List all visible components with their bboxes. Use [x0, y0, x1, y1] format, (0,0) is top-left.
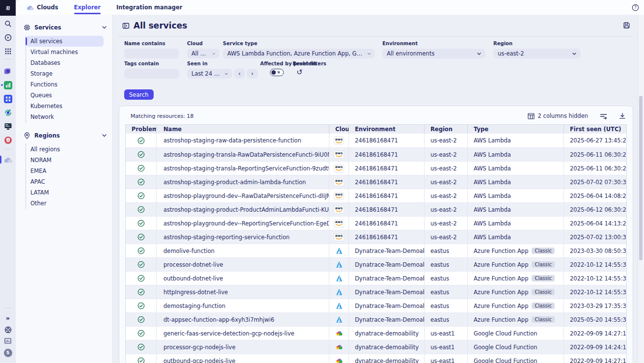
sidebar-item-functions[interactable]: Functions [26, 79, 104, 90]
table-row[interactable]: generic-faas-service-detection-gcp-nodej… [126, 326, 626, 340]
main-content: All services Name contains Cloud All clo… [113, 15, 644, 363]
first-seen-cell: 2025-06-27 13:45:27 [564, 134, 626, 147]
first-seen-cell: 2025-06-11 06:30:29 [564, 148, 626, 161]
tab-clouds[interactable]: Clouds [25, 0, 60, 15]
column-header-type[interactable]: Type [467, 125, 564, 134]
help-icon[interactable]: ? [632, 4, 639, 11]
user-avatar[interactable]: S [3, 348, 12, 357]
no-problems-icon [137, 357, 145, 363]
sidebar-item-latam[interactable]: LATAM [26, 187, 104, 198]
clouds-purple-app-icon[interactable] [3, 67, 12, 76]
sidebar-item-all-regions[interactable]: All regions [26, 144, 104, 155]
no-problems-icon [137, 343, 145, 351]
lifebuoy-icon[interactable] [3, 325, 12, 334]
teal-sync-app-icon[interactable] [3, 108, 12, 117]
azure-icon [336, 316, 343, 323]
blue-arrows-app-icon[interactable] [3, 94, 12, 103]
sidebar-item-emea[interactable]: EMEA [26, 166, 104, 176]
first-seen-cell: 2025-06-11 06:30:29 [564, 162, 626, 175]
environment-select[interactable]: All environments [382, 49, 485, 58]
dark-monitor-app-icon[interactable] [3, 122, 12, 131]
table-row[interactable]: httpIngress-dotnet-liveDynatrace-Team-De… [126, 285, 626, 299]
chart-frame-icon[interactable] [3, 336, 12, 345]
sidebar-item-other[interactable]: Other [26, 198, 104, 209]
table-row[interactable]: astroshop-staging-raw-data-persistence-f… [126, 134, 626, 147]
table-row[interactable]: outbound-dotnet-liveDynatrace-Team-Demoa… [126, 271, 626, 285]
region-select[interactable]: us-east-2 [493, 49, 581, 58]
search-button[interactable]: Search [124, 89, 154, 100]
name-cell: generic-faas-service-detection-gcp-nodej… [156, 327, 329, 340]
table-row[interactable]: astroshop-playground-dev--RawDataPersist… [126, 189, 626, 202]
table-row[interactable]: astroshop-staging-reporting-service-func… [126, 230, 626, 244]
sidebar-item-network[interactable]: Network [26, 112, 104, 122]
tags-contain-input[interactable] [124, 69, 179, 79]
seen-in-select[interactable]: Last 24 hours [187, 69, 232, 79]
sidebar-section-services[interactable]: Services [24, 22, 107, 33]
table-row[interactable]: dt-appsec-function-app-6xyh3i7mhjwi6Dyna… [126, 312, 626, 326]
pin-icon [24, 132, 30, 139]
download-icon[interactable] [619, 112, 626, 119]
save-view-icon[interactable] [623, 22, 630, 29]
clouds-app-icon[interactable] [3, 155, 12, 164]
table-row[interactable]: demostaging-functionDynatrace-Team-Demoa… [126, 299, 626, 312]
panel-toggle-icon[interactable] [122, 22, 130, 29]
reset-filters-icon[interactable]: ↺ [296, 69, 326, 76]
time-next-button[interactable]: › [247, 69, 258, 79]
type-cell: Google Cloud Function [467, 340, 564, 354]
table-row[interactable]: astroshop-staging-transla-ReportingServi… [126, 161, 626, 175]
region-filter-label: Region [493, 41, 581, 46]
table-row[interactable]: demolive-functionDynatrace-Team-Demoabil… [126, 244, 626, 257]
table-row[interactable]: astroshop-staging-transla-RawDataPersist… [126, 147, 626, 161]
resources-table: ProblemsNameCloudEnvironmentRegionTypeFi… [125, 124, 627, 363]
rail-divider [4, 308, 12, 308]
tab-explorer[interactable]: Explorer [72, 0, 103, 15]
column-header-name[interactable]: Name [156, 125, 329, 134]
column-header-region[interactable]: Region [424, 125, 467, 134]
table-row[interactable]: processor-dotnet-liveDynatrace-Team-Demo… [126, 257, 626, 271]
search-icon[interactable] [3, 19, 12, 28]
service-type-select[interactable]: AWS Lambda Function, Azure Function App,… [223, 49, 375, 58]
affected-by-problem-toggle[interactable]: × [270, 69, 284, 76]
sidebar-item-virtual-machines[interactable]: Virtual machines [26, 47, 104, 57]
cloud-cell: aws [329, 203, 349, 216]
sidebar-item-queues[interactable]: Queues [26, 90, 104, 101]
sidebar-item-noram[interactable]: NORAM [26, 155, 104, 166]
environment-cell: Dynatrace-Team-Demoability [349, 272, 424, 285]
dynatrace-logo[interactable] [0, 0, 16, 16]
sidebar-item-all-services[interactable]: All services [26, 36, 104, 47]
expand-rail-icon[interactable]: » [3, 313, 12, 322]
column-header-first-seen-utc[interactable]: First seen (UTC) [564, 125, 626, 134]
problems-app-icon[interactable] [3, 136, 12, 144]
environment-cell: Dynatrace-Team-Demoability [349, 299, 424, 312]
table-options-icon[interactable] [600, 113, 607, 119]
green-chart-app-icon[interactable] [3, 81, 12, 89]
columns-hidden-button[interactable]: 2 columns hidden [528, 112, 588, 119]
sidebar-item-storage[interactable]: Storage [26, 68, 104, 79]
cloud-select[interactable]: All clouds [187, 49, 219, 58]
column-header-cloud[interactable]: Cloud [329, 125, 349, 134]
table-row[interactable]: astroshop-staging-product-admin-lambda-f… [126, 175, 626, 189]
sidebar-section-regions[interactable]: Regions [24, 130, 107, 141]
table-row[interactable]: astroshop-staging-product-ProductAdminLa… [126, 202, 626, 216]
name-cell: astroshop-staging-product-admin-lambda-f… [156, 175, 329, 189]
environment-cell: Dynatrace-Team-Demoability [349, 244, 424, 257]
time-previous-button[interactable]: ‹ [234, 69, 245, 79]
cloud-cell: aws [329, 162, 349, 175]
replay-icon[interactable] [3, 33, 12, 42]
table-row[interactable]: processor-gcp-nodejs-livedynatrace-demoa… [126, 340, 626, 354]
page-scrollbar-thumb[interactable] [639, 96, 643, 260]
name-contains-input[interactable] [124, 49, 179, 58]
table-row[interactable]: outbound-gcp-nodejs-livedynatrace-demoab… [126, 354, 626, 363]
problems-cell [126, 175, 156, 189]
column-header-problems[interactable]: Problems [126, 125, 156, 134]
sidebar-item-databases[interactable]: Databases [26, 57, 104, 68]
table-row[interactable]: astroshop-playground-dev--ReportingServi… [126, 216, 626, 230]
sidebar-item-apac[interactable]: APAC [26, 176, 104, 187]
classic-badge: Classic [532, 261, 555, 268]
tab-integration-manager[interactable]: Integration manager [114, 0, 184, 15]
sidebar-item-kubernetes[interactable]: Kubernetes [26, 101, 104, 112]
page-scrollbar-track[interactable] [638, 15, 644, 363]
type-cell: AWS Lambda [467, 217, 564, 230]
column-header-environment[interactable]: Environment [349, 125, 424, 134]
apps-grid-icon[interactable] [3, 47, 12, 56]
